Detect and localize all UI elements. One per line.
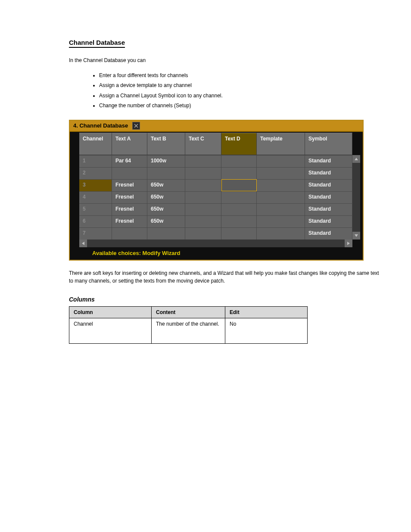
columns-table-cell: Channel — [69, 318, 152, 343]
table-cell[interactable] — [257, 155, 305, 167]
table-row[interactable]: 3Fresnel650wStandard — [79, 179, 352, 191]
table-header-row: Channel Text A Text B Text C Text D Temp… — [79, 133, 352, 155]
close-icon[interactable] — [132, 122, 140, 130]
table-cell[interactable] — [185, 227, 221, 240]
col-header-text-c[interactable]: Text C — [185, 133, 221, 155]
col-header-text-d[interactable]: Text D — [221, 133, 257, 155]
table-cell[interactable]: Fresnel — [112, 191, 147, 203]
col-header-channel[interactable]: Channel — [79, 133, 112, 155]
channel-database-window: 4. Channel Database Channel Text A Text … — [69, 120, 364, 261]
table-cell[interactable]: Standard — [305, 179, 352, 191]
table-cell[interactable] — [185, 155, 221, 167]
table-cell[interactable]: Standard — [305, 167, 352, 179]
col-header-symbol[interactable]: Symbol — [305, 133, 352, 155]
columns-table-header: Edit — [225, 306, 308, 318]
table-row[interactable]: 1Par 641000wStandard — [79, 155, 352, 167]
section-heading: Channel Database — [69, 39, 125, 48]
table-cell[interactable]: Par 64 — [112, 155, 147, 167]
table-cell[interactable] — [185, 179, 221, 191]
table-row[interactable]: 6Fresnel650wStandard — [79, 215, 352, 227]
channel-table: Channel Text A Text B Text C Text D Temp… — [79, 133, 360, 247]
row-number-cell[interactable]: 5 — [79, 203, 112, 215]
col-header-text-b[interactable]: Text B — [147, 133, 185, 155]
table-cell[interactable] — [221, 191, 257, 203]
scroll-left-icon[interactable] — [79, 240, 87, 247]
paragraph: There are soft keys for inserting or del… — [69, 269, 379, 285]
table-cell[interactable] — [257, 179, 305, 191]
list-item: Assign a Channel Layout Symbol icon to a… — [99, 91, 385, 100]
list-item: Enter a four different texts for channel… — [99, 71, 385, 80]
table-cell[interactable] — [185, 215, 221, 227]
table-cell[interactable] — [112, 167, 147, 179]
table-cell[interactable]: 650w — [147, 191, 185, 203]
table-cell[interactable] — [112, 227, 147, 240]
feature-list: Enter a four different texts for channel… — [82, 71, 385, 110]
row-number-cell[interactable]: 2 — [79, 167, 112, 179]
table-row[interactable]: 7Standard — [79, 227, 352, 240]
scroll-up-icon[interactable] — [352, 155, 360, 163]
table-cell[interactable] — [257, 215, 305, 227]
table-cell[interactable]: 1000w — [147, 155, 185, 167]
table-cell[interactable]: Fresnel — [112, 179, 147, 191]
col-header-text-a[interactable]: Text A — [112, 133, 147, 155]
columns-table-header: Column — [69, 306, 152, 318]
row-number-cell[interactable]: 7 — [79, 227, 112, 240]
table-cell[interactable] — [221, 155, 257, 167]
table-cell[interactable]: 650w — [147, 215, 185, 227]
scroll-track[interactable] — [87, 240, 345, 247]
scroll-right-icon[interactable] — [345, 240, 352, 247]
table-cell[interactable] — [257, 191, 305, 203]
table-cell[interactable] — [147, 227, 185, 240]
table-cell[interactable] — [221, 167, 257, 179]
list-item: Assign a device template to any channel — [99, 81, 385, 90]
status-text: Available choices: Modify Wizard — [79, 247, 360, 256]
table-row[interactable]: 4Fresnel650wStandard — [79, 191, 352, 203]
table-cell[interactable] — [185, 203, 221, 215]
vertical-scrollbar[interactable] — [352, 155, 360, 240]
table-cell[interactable] — [257, 227, 305, 240]
table-row[interactable]: 2Standard — [79, 167, 352, 179]
table-cell[interactable] — [185, 167, 221, 179]
table-cell[interactable]: Fresnel — [112, 203, 147, 215]
columns-table-cell: No — [225, 318, 308, 343]
table-cell[interactable] — [221, 203, 257, 215]
table-cell[interactable] — [257, 203, 305, 215]
list-item: Change the number of channels (Setup) — [99, 101, 385, 110]
table-cell[interactable] — [147, 167, 185, 179]
row-number-cell[interactable]: 3 — [79, 179, 112, 191]
columns-description-table: Column Content Edit Channel The number o… — [69, 306, 308, 344]
table-cell[interactable]: Standard — [305, 215, 352, 227]
row-number-cell[interactable]: 1 — [79, 155, 112, 167]
scroll-track[interactable] — [352, 163, 360, 232]
table-cell[interactable]: Standard — [305, 227, 352, 240]
table-cell[interactable]: Fresnel — [112, 215, 147, 227]
table-cell[interactable] — [221, 179, 257, 191]
columns-subheading: Columns — [69, 296, 385, 303]
table-cell[interactable] — [221, 215, 257, 227]
table-row[interactable]: 5Fresnel650wStandard — [79, 203, 352, 215]
columns-table-cell: The number of the channel. — [152, 318, 225, 343]
window-titlebar[interactable]: 4. Channel Database — [70, 121, 363, 132]
table-cell[interactable] — [185, 191, 221, 203]
columns-table-header: Content — [152, 306, 225, 318]
intro-text: In the Channel Database you can — [69, 56, 379, 64]
scroll-down-icon[interactable] — [352, 232, 360, 240]
table-cell[interactable]: 650w — [147, 179, 185, 191]
horizontal-scrollbar[interactable] — [79, 240, 352, 247]
window-title: 4. Channel Database — [73, 122, 128, 129]
row-number-cell[interactable]: 6 — [79, 215, 112, 227]
col-header-template[interactable]: Template — [257, 133, 305, 155]
table-cell[interactable]: Standard — [305, 155, 352, 167]
table-cell[interactable]: Standard — [305, 191, 352, 203]
table-cell[interactable]: Standard — [305, 203, 352, 215]
table-cell[interactable] — [221, 227, 257, 240]
table-cell[interactable] — [257, 167, 305, 179]
table-cell[interactable]: 650w — [147, 203, 185, 215]
row-number-cell[interactable]: 4 — [79, 191, 112, 203]
